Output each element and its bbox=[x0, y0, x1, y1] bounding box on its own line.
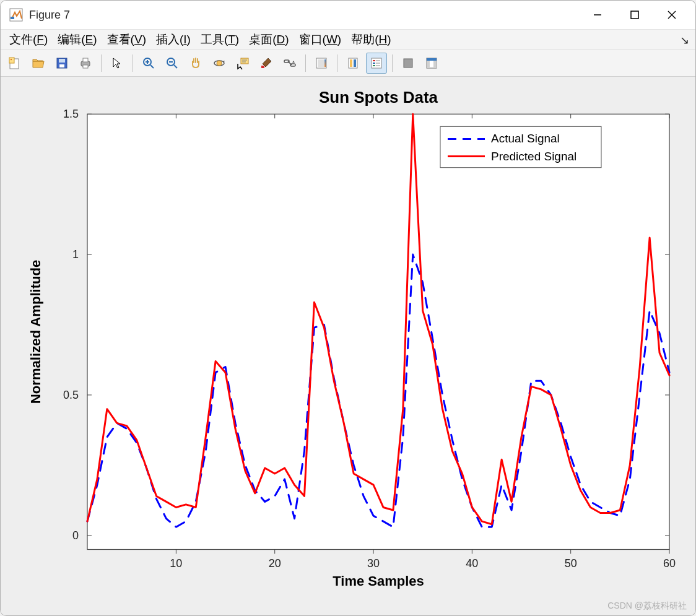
watermark: CSDN @荔枝科研社 bbox=[607, 601, 687, 612]
new-figure-icon[interactable] bbox=[4, 53, 25, 74]
plot-area[interactable]: Sun Spots Data10203040506000.511.5Time S… bbox=[1, 77, 695, 615]
svg-point-23 bbox=[217, 61, 222, 66]
menu-help[interactable]: 帮助(H) bbox=[346, 30, 396, 50]
menu-window[interactable]: 窗口(W) bbox=[294, 30, 347, 50]
data-cursor-icon[interactable] bbox=[232, 53, 253, 74]
insert-legend-icon[interactable] bbox=[366, 53, 387, 74]
svg-text:40: 40 bbox=[466, 557, 478, 570]
hide-plot-tools-icon[interactable] bbox=[398, 53, 419, 74]
svg-text:Normalized Amplitude: Normalized Amplitude bbox=[28, 260, 43, 404]
pan-icon[interactable] bbox=[185, 53, 206, 74]
menu-tools[interactable]: 工具(T) bbox=[196, 30, 244, 50]
menu-desktop[interactable]: 桌面(D) bbox=[244, 30, 294, 50]
show-plot-tools-icon[interactable] bbox=[421, 53, 442, 74]
matlab-icon bbox=[9, 8, 23, 22]
svg-text:1: 1 bbox=[72, 248, 79, 261]
dock-arrow-icon[interactable]: ↘ bbox=[680, 33, 689, 47]
save-icon[interactable] bbox=[51, 53, 72, 74]
menu-view[interactable]: 查看(V) bbox=[102, 30, 151, 50]
svg-rect-1 bbox=[11, 17, 14, 19]
svg-rect-27 bbox=[261, 66, 264, 68]
menu-file[interactable]: 文件(F) bbox=[4, 30, 53, 50]
toolbar-separator bbox=[133, 54, 133, 72]
menu-insert[interactable]: 插入(I) bbox=[151, 30, 196, 50]
pointer-icon[interactable] bbox=[107, 53, 128, 74]
svg-rect-46 bbox=[427, 58, 437, 61]
colorbar-icon[interactable] bbox=[311, 53, 332, 74]
toolbar bbox=[1, 50, 695, 77]
svg-line-20 bbox=[174, 65, 177, 68]
toolbar-separator bbox=[101, 54, 102, 72]
svg-text:0.5: 0.5 bbox=[63, 389, 79, 401]
figure-window: Figure 7 文件(F) 编辑(E) 查看(V) 插入(I) 工具(T) 桌… bbox=[0, 0, 696, 616]
svg-rect-24 bbox=[241, 58, 248, 64]
zoom-in-icon[interactable] bbox=[138, 53, 159, 74]
zoom-out-icon[interactable] bbox=[162, 53, 183, 74]
svg-text:50: 50 bbox=[565, 557, 577, 570]
svg-text:Predicted Signal: Predicted Signal bbox=[491, 150, 576, 163]
svg-rect-7 bbox=[9, 58, 14, 63]
svg-text:Time Samples: Time Samples bbox=[333, 573, 424, 589]
svg-text:10: 10 bbox=[170, 557, 182, 570]
toolbar-separator bbox=[337, 54, 337, 72]
open-icon[interactable] bbox=[28, 53, 49, 74]
svg-rect-14 bbox=[83, 65, 88, 68]
svg-rect-47 bbox=[427, 61, 430, 68]
svg-rect-35 bbox=[350, 59, 352, 67]
svg-text:60: 60 bbox=[663, 557, 676, 570]
brush-icon[interactable] bbox=[256, 53, 277, 74]
window-controls bbox=[579, 1, 690, 28]
minimize-button[interactable] bbox=[579, 1, 616, 28]
svg-text:20: 20 bbox=[269, 557, 281, 570]
toolbar-separator bbox=[392, 54, 393, 72]
svg-text:Sun Spots Data: Sun Spots Data bbox=[319, 88, 438, 106]
svg-rect-36 bbox=[354, 59, 356, 67]
svg-text:Actual Signal: Actual Signal bbox=[491, 132, 560, 145]
link-icon[interactable] bbox=[279, 53, 300, 74]
svg-rect-48 bbox=[433, 61, 437, 68]
svg-point-8 bbox=[11, 59, 12, 60]
insert-colorbar-icon[interactable] bbox=[342, 53, 363, 74]
toolbar-separator bbox=[305, 54, 306, 72]
svg-rect-44 bbox=[404, 59, 412, 67]
svg-line-16 bbox=[150, 65, 154, 68]
maximize-button[interactable] bbox=[616, 1, 653, 28]
svg-rect-11 bbox=[59, 64, 64, 67]
svg-rect-3 bbox=[631, 11, 638, 19]
svg-rect-33 bbox=[324, 59, 326, 67]
menubar: 文件(F) 编辑(E) 查看(V) 插入(I) 工具(T) 桌面(D) 窗口(W… bbox=[1, 29, 695, 50]
svg-line-30 bbox=[288, 61, 292, 65]
svg-rect-32 bbox=[318, 59, 324, 67]
svg-rect-49 bbox=[87, 114, 669, 549]
print-icon[interactable] bbox=[75, 53, 96, 74]
svg-rect-10 bbox=[59, 59, 65, 63]
svg-text:0: 0 bbox=[72, 529, 79, 542]
window-title: Figure 7 bbox=[29, 9, 70, 22]
menu-edit[interactable]: 编辑(E) bbox=[53, 30, 102, 50]
chart: Sun Spots Data10203040506000.511.5Time S… bbox=[1, 77, 695, 615]
svg-text:1.5: 1.5 bbox=[63, 108, 79, 120]
svg-rect-13 bbox=[83, 58, 88, 62]
rotate3d-icon[interactable] bbox=[209, 53, 230, 74]
svg-text:30: 30 bbox=[367, 557, 380, 570]
close-button[interactable] bbox=[653, 1, 690, 28]
titlebar: Figure 7 bbox=[1, 1, 695, 29]
